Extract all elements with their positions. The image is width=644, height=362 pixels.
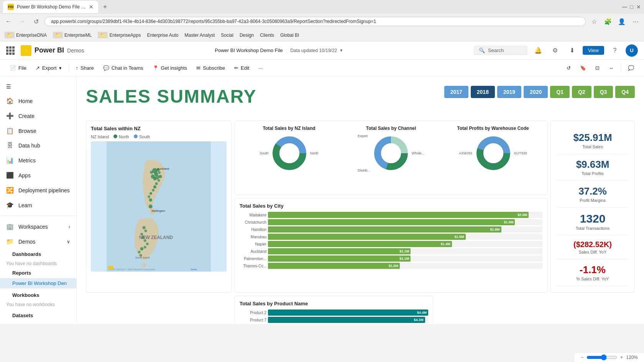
sidebar-item-datahub[interactable]: 🗄 Data hub bbox=[0, 138, 76, 153]
kpi-total-sales-value: $25.91M bbox=[557, 132, 628, 144]
year-2020-button[interactable]: 2020 bbox=[524, 86, 548, 98]
fit-width-button[interactable]: ↔ bbox=[605, 63, 618, 73]
fit-page-button[interactable]: ⊡ bbox=[591, 63, 603, 73]
reload-button[interactable]: ↺ bbox=[31, 16, 41, 27]
city-value-manukau: $1.5M bbox=[455, 235, 464, 239]
bookmark-enterpriseapps[interactable]: 📁 EnterpriseApps bbox=[98, 32, 141, 38]
sidebar-item-create[interactable]: ➕ Create bbox=[0, 108, 76, 123]
insights-button[interactable]: 📍 Get insights bbox=[149, 63, 191, 73]
export-label: Export bbox=[42, 65, 57, 71]
dataset-1-label: November 2017 Learnin bbox=[12, 323, 66, 324]
bookmark-enterprisedna[interactable]: 📁 EnterpriseDNA bbox=[5, 32, 47, 38]
back-button[interactable]: ← bbox=[3, 16, 14, 27]
city-bar-palmerston: Palmerston... $1.1M bbox=[240, 256, 542, 262]
kpi-profit-margins-value: 37.2% bbox=[557, 185, 628, 197]
q2-button[interactable]: Q2 bbox=[572, 86, 591, 98]
search-box[interactable]: 🔍 Search bbox=[474, 46, 527, 55]
subscribe-button[interactable]: ✉ Subscribe bbox=[192, 63, 229, 73]
sidebar-apps-label: Apps bbox=[18, 172, 31, 179]
bookmark-tool-button[interactable]: 🔖 bbox=[576, 63, 590, 73]
year-2017-button[interactable]: 2017 bbox=[444, 86, 468, 98]
q1-button[interactable]: Q1 bbox=[550, 86, 570, 98]
file-button[interactable]: 📄 File bbox=[6, 63, 30, 73]
chat-button[interactable]: 💬 Chat in Teams bbox=[99, 63, 147, 73]
sidebar-dataset-1[interactable]: November 2017 Learnin bbox=[0, 321, 76, 324]
year-2019-button[interactable]: 2019 bbox=[497, 86, 521, 98]
share-button[interactable]: ↑ Share bbox=[72, 63, 98, 73]
city-value-hamilton: $1.8M bbox=[490, 228, 500, 231]
sidebar-demos[interactable]: 📁 Demos ∨ bbox=[0, 234, 76, 249]
help-button[interactable]: ? bbox=[609, 44, 621, 57]
kpi-pct-sales-diff-value: -1.1% bbox=[557, 264, 628, 276]
sidebar-workbooks[interactable]: Workbooks bbox=[0, 290, 76, 300]
bookmark-enterpriseml[interactable]: 📁 EnterpriseML bbox=[53, 32, 92, 38]
forward-button[interactable]: → bbox=[17, 16, 28, 27]
sidebar-report-item[interactable]: Power BI Workshop Den bbox=[0, 278, 76, 288]
donut2-label-distrib: Distrib... bbox=[358, 169, 370, 172]
url-bar[interactable]: app.powerbi.com/groups/2389dbf1-f43e-4b1… bbox=[44, 17, 586, 26]
zoom-slider[interactable] bbox=[586, 354, 617, 360]
city-bar-christchurch: Christchurch $1.9M bbox=[240, 219, 542, 225]
bookmark-button[interactable]: ☆ bbox=[589, 16, 600, 27]
sidebar-item-apps[interactable]: ⬛ Apps bbox=[0, 168, 76, 183]
more-options-button[interactable]: ··· bbox=[255, 63, 266, 73]
sidebar-dashboards[interactable]: Dashboards bbox=[0, 249, 76, 259]
kpi-total-profits-value: $9.63M bbox=[557, 159, 628, 170]
zoom-minus[interactable]: − bbox=[581, 355, 583, 360]
refresh-button[interactable]: ↺ bbox=[563, 63, 575, 73]
sidebar-datasets[interactable]: Datasets bbox=[0, 310, 76, 321]
tab-close-button[interactable]: ✕ bbox=[89, 4, 94, 10]
settings-button[interactable]: ⋯ bbox=[630, 16, 641, 27]
user-avatar[interactable]: U bbox=[626, 44, 638, 57]
city-track-christchurch: $1.9M bbox=[268, 219, 542, 225]
svg-point-25 bbox=[146, 242, 149, 245]
edit-button[interactable]: ✏ Edit bbox=[230, 63, 253, 73]
sidebar-item-browse[interactable]: 📋 Browse bbox=[0, 123, 76, 138]
export-chevron: ▾ bbox=[59, 65, 62, 71]
download-button[interactable]: ⬇ bbox=[566, 44, 578, 57]
q4-button[interactable]: Q4 bbox=[615, 86, 635, 98]
sidebar-item-metrics[interactable]: 📊 Metrics bbox=[0, 153, 76, 168]
donut2-labels-left: Export Distrib... bbox=[358, 134, 370, 172]
view-button[interactable]: View bbox=[583, 46, 604, 55]
comments-button[interactable]: 💭 bbox=[624, 63, 638, 73]
bookmark-clients[interactable]: Clients bbox=[260, 33, 274, 38]
bookmark-global-bi[interactable]: Global BI bbox=[280, 33, 299, 38]
product-chart-title: Total Sales by Product Name bbox=[240, 301, 428, 306]
hamburger-icon: ☰ bbox=[6, 84, 11, 90]
bookmark-social[interactable]: Social bbox=[221, 33, 233, 38]
zoom-plus[interactable]: + bbox=[620, 355, 623, 360]
svg-text:Auckland: Auckland bbox=[157, 167, 169, 170]
year-2018-button[interactable]: 2018 bbox=[471, 86, 495, 98]
minimize-button[interactable]: ─ bbox=[622, 3, 627, 11]
city-fill-napier: $1.4M bbox=[268, 241, 452, 247]
donut2-wrapper: Export Distrib... Who bbox=[358, 134, 424, 172]
active-tab[interactable]: PBI Power BI Workshop Demo File - … ✕ bbox=[3, 1, 98, 13]
profile-button[interactable]: 👤 bbox=[616, 16, 627, 27]
sidebar-item-deployment[interactable]: 🔀 Deployment pipelines bbox=[0, 183, 76, 198]
maximize-button[interactable]: □ bbox=[630, 4, 633, 10]
sidebar-workspaces[interactable]: 🏢 Workspaces › bbox=[0, 219, 76, 234]
report-canvas: SALES SUMMARY 2017 2018 2019 2020 Q1 Q2 … bbox=[77, 77, 644, 324]
bookmark-enterprise-auto[interactable]: Enterprise Auto bbox=[147, 33, 178, 38]
donut1-title: Total Sales by NZ Island bbox=[263, 126, 315, 131]
sidebar-item-learn[interactable]: 🎓 Learn bbox=[0, 198, 76, 213]
new-tab-button[interactable]: + bbox=[100, 2, 110, 12]
sidebar-reports[interactable]: Reports bbox=[0, 268, 76, 278]
bookmark-design[interactable]: Design bbox=[240, 33, 254, 38]
bookmark-master-analyst[interactable]: Master Analyst bbox=[185, 33, 215, 38]
q3-button[interactable]: Q3 bbox=[594, 86, 613, 98]
settings-icon-button[interactable]: ⚙ bbox=[549, 44, 561, 57]
notification-button[interactable]: 🔔 bbox=[532, 44, 544, 57]
subscribe-label: Subscribe bbox=[203, 65, 225, 71]
svg-point-44 bbox=[483, 143, 503, 163]
export-button[interactable]: ↗ Export ▾ bbox=[32, 63, 66, 73]
close-browser-button[interactable]: ✕ bbox=[636, 4, 641, 10]
waffle-menu-button[interactable] bbox=[6, 46, 15, 55]
sidebar-workspaces-label: Workspaces bbox=[18, 224, 48, 230]
browse-icon: 📋 bbox=[6, 127, 14, 134]
extensions-button[interactable]: 🧩 bbox=[603, 16, 613, 27]
sidebar-collapse-button[interactable]: ☰ bbox=[0, 80, 76, 93]
product-value-2: $4.4M bbox=[417, 311, 427, 314]
sidebar-item-home[interactable]: 🏠 Home bbox=[0, 93, 76, 108]
